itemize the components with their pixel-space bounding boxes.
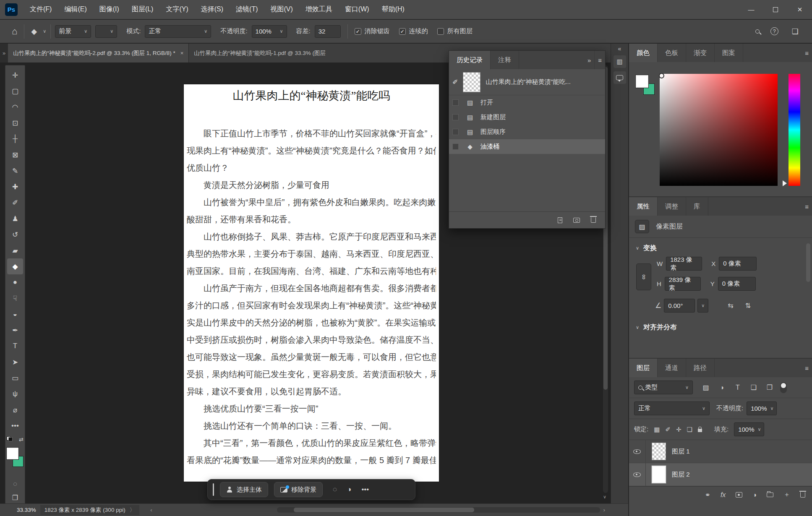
panel-tab[interactable]: 注释 bbox=[491, 51, 519, 69]
horizontal-scrollbar[interactable] bbox=[277, 507, 600, 513]
tool-button[interactable]: ✎ bbox=[7, 163, 23, 179]
pattern-dropdown[interactable]: ∨ bbox=[95, 25, 117, 38]
layer-filter-dropdown[interactable]: 类型 ∨ bbox=[634, 380, 693, 394]
layer-filter-icon[interactable]: ❐ bbox=[764, 383, 775, 391]
panel-tab[interactable]: 颜色 bbox=[629, 44, 658, 62]
x-field[interactable]: 0 像素 bbox=[719, 257, 757, 271]
rotation-field[interactable]: 0.00° bbox=[664, 299, 695, 313]
home-icon[interactable]: ⌂ bbox=[12, 26, 17, 37]
tool-button[interactable]: ✚ bbox=[7, 179, 23, 195]
taskbar-icon[interactable]: ••• bbox=[361, 485, 369, 494]
menu-item[interactable]: 图层(L) bbox=[125, 0, 160, 19]
history-source-well[interactable] bbox=[452, 129, 459, 135]
history-footer-icon[interactable] bbox=[558, 217, 562, 223]
tool-button[interactable]: ◆ bbox=[7, 258, 23, 274]
layers-footer-icon[interactable]: fx bbox=[721, 491, 726, 499]
layer-filter-icon[interactable]: ❏ bbox=[748, 383, 759, 391]
tool-button[interactable]: T bbox=[7, 338, 23, 354]
layer-visibility-toggle[interactable] bbox=[633, 440, 646, 463]
foreground-color-swatch[interactable] bbox=[7, 448, 18, 459]
history-state-row[interactable]: ▤ 图层顺序 bbox=[449, 125, 605, 139]
tool-button[interactable]: ● bbox=[7, 274, 23, 290]
option-checkbox-row[interactable]: 所有图层 bbox=[437, 27, 473, 35]
tool-button[interactable]: ⌀ bbox=[7, 402, 23, 418]
layers-footer-icon[interactable]: ＋ bbox=[783, 490, 790, 499]
collapse-panel-chevron[interactable]: » bbox=[584, 51, 594, 69]
document-tab-1[interactable]: 山竹果肉上的“神秘黄渍”能吃吗-2.pdf @ 33.3% (图层 1, RGB… bbox=[8, 44, 189, 63]
history-source-well[interactable] bbox=[452, 114, 459, 120]
foreground-color-swatch[interactable] bbox=[636, 75, 648, 88]
opacity-dropdown[interactable]: 100% ∨ bbox=[252, 25, 287, 38]
layer-opacity-dropdown[interactable]: 100% ∨ bbox=[747, 401, 777, 415]
tool-button[interactable]: ┼ bbox=[7, 131, 23, 147]
history-source-well[interactable] bbox=[452, 99, 459, 106]
search-icon[interactable] bbox=[755, 29, 760, 34]
screen-mode-icon[interactable]: ❐ bbox=[12, 494, 18, 502]
comment-bubble-icon[interactable] bbox=[614, 71, 626, 84]
hue-slider[interactable] bbox=[789, 74, 800, 186]
quick-mask-icon[interactable]: ◌ bbox=[13, 480, 17, 488]
paint-bucket-tool-icon[interactable]: ◆ bbox=[31, 27, 37, 36]
menu-item[interactable]: 滤镜(T) bbox=[230, 0, 264, 19]
width-field[interactable]: 1823 像素 bbox=[666, 257, 702, 271]
checkbox[interactable] bbox=[437, 28, 444, 35]
document-info[interactable]: 1823 像素 x 2839 像素 (300 ppi) 〉 bbox=[40, 505, 139, 515]
menu-item[interactable]: 视图(V) bbox=[264, 0, 299, 19]
collapsed-panel-icon[interactable]: ▥ bbox=[614, 55, 626, 68]
zoom-level[interactable]: 33.33% bbox=[17, 507, 36, 513]
panel-tab[interactable]: 色板 bbox=[658, 44, 686, 62]
mode-dropdown[interactable]: 正常 ∨ bbox=[145, 25, 211, 38]
link-dimensions-icon[interactable]: ∞ bbox=[636, 263, 651, 290]
tool-button[interactable]: ••• bbox=[7, 418, 23, 434]
tool-button[interactable]: ◒ bbox=[7, 306, 23, 322]
rotation-dropdown[interactable]: ∨ bbox=[697, 299, 708, 313]
snapshot-thumbnail[interactable] bbox=[463, 72, 480, 92]
tool-button[interactable]: ▢ bbox=[7, 83, 23, 99]
history-footer-icon[interactable] bbox=[591, 217, 596, 223]
tool-button[interactable]: ✐ bbox=[7, 195, 23, 211]
lock-option-icon[interactable] bbox=[698, 429, 702, 432]
panel-menu-icon[interactable]: ≡ bbox=[802, 197, 812, 216]
menu-item[interactable]: 选择(S) bbox=[195, 0, 230, 19]
menu-item[interactable]: 编辑(E) bbox=[58, 0, 93, 19]
taskbar-icon[interactable]: ◌ bbox=[333, 485, 337, 494]
color-picker-marker[interactable] bbox=[659, 73, 664, 78]
tool-button[interactable]: ▰ bbox=[7, 242, 23, 258]
tool-button[interactable]: ☟ bbox=[7, 290, 23, 306]
tool-button[interactable]: ⊡ bbox=[7, 115, 23, 131]
document-page[interactable]: 山竹果肉上的“神秘黄渍”能吃吗 眼下正值山竹上市季节，价格不菲的山竹买回家就像“… bbox=[184, 84, 439, 482]
layers-footer-icon[interactable]: ⚭ bbox=[705, 491, 710, 499]
tool-button[interactable]: ♟ bbox=[7, 211, 23, 227]
swap-colors-icon[interactable]: ⇄ bbox=[19, 436, 23, 443]
menu-item[interactable]: 文件(F) bbox=[23, 0, 58, 19]
history-state-row[interactable]: ▤ 打开 bbox=[449, 95, 605, 110]
status-chevron-icon[interactable]: 〉 bbox=[130, 506, 136, 514]
layer-filter-icon[interactable]: T bbox=[732, 384, 743, 391]
foreground-background-swatches[interactable] bbox=[6, 447, 24, 474]
layers-footer-icon[interactable] bbox=[800, 492, 805, 498]
history-brush-source-icon[interactable]: ✐ bbox=[452, 78, 458, 86]
menu-item[interactable]: 增效工具 bbox=[299, 0, 339, 19]
panel-tab[interactable]: 通道 bbox=[658, 359, 686, 377]
y-field[interactable]: 0 像素 bbox=[718, 277, 756, 291]
tolerance-input[interactable]: 32 bbox=[315, 25, 341, 38]
minimize-button[interactable]: — bbox=[739, 0, 763, 19]
close-button[interactable]: ✕ bbox=[788, 0, 812, 19]
flip-horizontal-icon[interactable]: ⇆ bbox=[728, 302, 733, 310]
remove-background-button[interactable]: 移除背景 bbox=[274, 482, 323, 497]
layer-filter-icon[interactable]: ▨ bbox=[700, 383, 711, 391]
checkbox[interactable]: ✓ bbox=[355, 28, 361, 35]
select-subject-button[interactable]: 选择主体 bbox=[220, 482, 268, 497]
panel-tab[interactable]: 调整 bbox=[658, 197, 686, 216]
layers-footer-icon[interactable]: ◑ bbox=[752, 491, 757, 499]
history-footer-icon[interactable] bbox=[573, 218, 580, 223]
layer-row[interactable]: 图层 1 bbox=[629, 440, 812, 463]
tool-button[interactable]: ✛ bbox=[7, 67, 23, 83]
tool-button[interactable]: ⊠ bbox=[7, 147, 23, 163]
filter-toggle-switch[interactable] bbox=[780, 382, 787, 393]
close-icon[interactable]: × bbox=[180, 50, 184, 56]
chevron-down-icon[interactable]: ∨ bbox=[43, 29, 46, 34]
tool-button[interactable]: ψ bbox=[7, 386, 23, 402]
option-checkbox-row[interactable]: ✓ 消除锯齿 bbox=[355, 27, 390, 35]
scroll-down-arrow[interactable]: ∨ bbox=[603, 494, 606, 500]
